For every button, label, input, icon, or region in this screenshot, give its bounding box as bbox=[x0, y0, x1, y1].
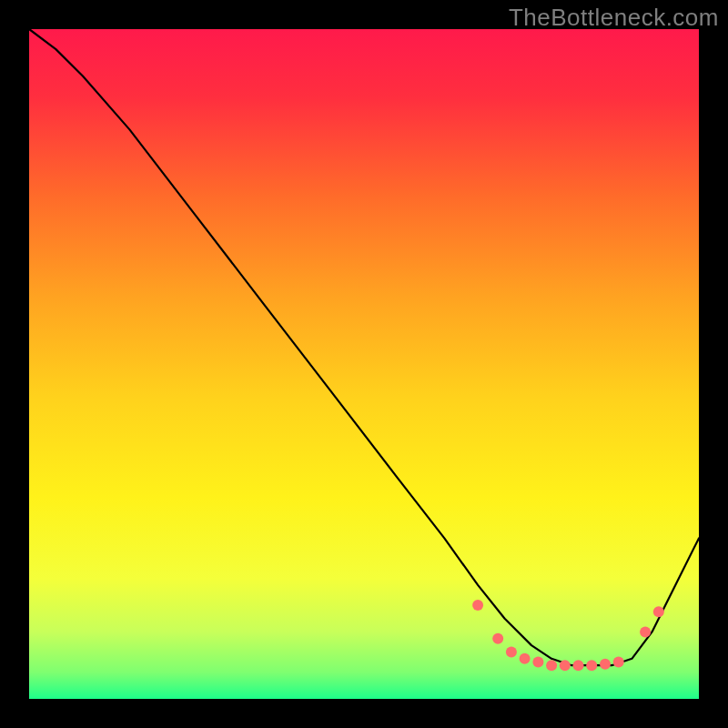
curve-marker bbox=[573, 660, 584, 671]
curve-marker bbox=[472, 600, 483, 611]
curve-marker bbox=[600, 659, 611, 670]
curve-marker bbox=[560, 660, 571, 671]
chart-frame: TheBottleneck.com bbox=[0, 0, 728, 728]
curve-marker bbox=[492, 633, 503, 644]
curve-marker bbox=[546, 660, 557, 671]
curve-marker bbox=[653, 606, 664, 617]
curve-marker bbox=[532, 657, 543, 668]
curve-marker bbox=[640, 626, 651, 637]
bottleneck-chart bbox=[0, 0, 728, 728]
watermark-label: TheBottleneck.com bbox=[509, 4, 719, 32]
curve-marker bbox=[520, 653, 531, 664]
curve-marker bbox=[586, 660, 597, 671]
curve-marker bbox=[506, 647, 517, 658]
curve-marker bbox=[613, 657, 624, 668]
